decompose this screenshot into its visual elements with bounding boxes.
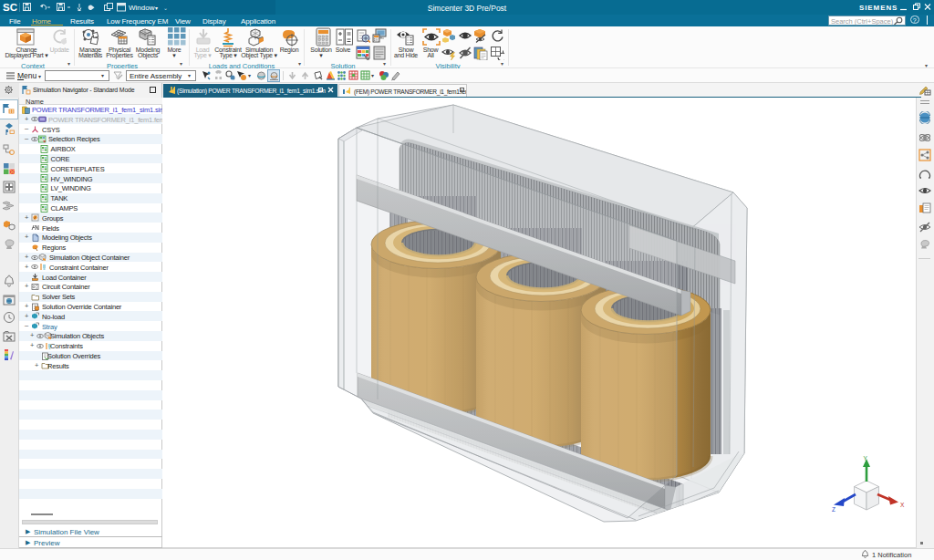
- svg-text:Z: Z: [832, 506, 835, 513]
- svg-text:Y: Y: [864, 455, 868, 461]
- svg-text:X: X: [900, 502, 905, 508]
